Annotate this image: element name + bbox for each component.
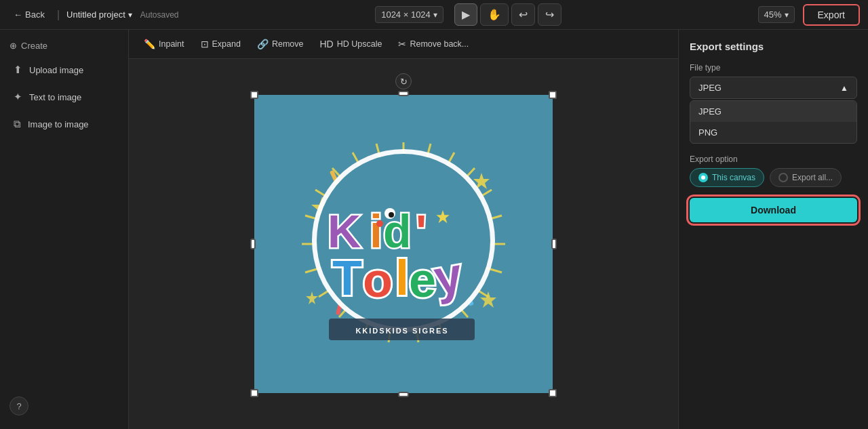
help-button[interactable]: ? bbox=[9, 396, 28, 415]
create-icon: ⊕ bbox=[9, 41, 17, 51]
main-layout: ⊕ Create ⬆ Upload image ✦ Text to image … bbox=[0, 30, 868, 429]
topbar: ← Back | Untitled project ▾ Autosaved 10… bbox=[0, 0, 868, 30]
canvas-size-value: 1024 × 1024 bbox=[381, 9, 431, 20]
select-tool-button[interactable]: ▶ bbox=[454, 3, 477, 26]
svg-text:K: K bbox=[328, 205, 361, 257]
remove-bg-label: Remove back... bbox=[410, 39, 469, 49]
refresh-handle[interactable]: ↻ bbox=[395, 73, 412, 89]
canvas-artwork: K i d ' T o bbox=[275, 115, 532, 373]
file-type-label: File type bbox=[690, 63, 857, 73]
upscale-button[interactable]: HD HD Upscale bbox=[313, 35, 389, 53]
handle-bottom-center[interactable] bbox=[398, 392, 409, 397]
remove-icon: 🔗 bbox=[257, 39, 269, 49]
title-chevron-icon: ▾ bbox=[128, 10, 132, 20]
canvas-size-chevron-icon: ▾ bbox=[433, 10, 437, 20]
export-all-label: Export all... bbox=[792, 173, 833, 182]
expand-label: Expand bbox=[212, 39, 241, 49]
svg-text:i: i bbox=[370, 205, 382, 257]
dropdown-item-jpeg[interactable]: JPEG bbox=[690, 101, 856, 122]
handle-middle-right[interactable] bbox=[551, 239, 557, 249]
sidebar-item-upload-image[interactable]: ⬆ Upload image bbox=[4, 57, 124, 83]
export-all-dot bbox=[778, 173, 788, 182]
download-button[interactable]: Download bbox=[690, 198, 857, 222]
sidebar-item-text-to-image[interactable]: ✦ Text to image bbox=[4, 84, 124, 110]
export-panel-title: Export settings bbox=[690, 41, 857, 52]
handle-top-right[interactable] bbox=[549, 91, 557, 99]
project-title[interactable]: Untitled project ▾ bbox=[66, 9, 132, 20]
canvas-toolbar: ✏️ Inpaint ⊡ Expand 🔗 Remove HD HD Upsca… bbox=[129, 30, 678, 59]
canvas-image: K i d ' T o bbox=[254, 95, 553, 393]
zoom-value: 45% bbox=[764, 9, 782, 20]
expand-button[interactable]: ⊡ Expand bbox=[194, 35, 248, 53]
remove-button[interactable]: 🔗 Remove bbox=[250, 35, 311, 53]
undo-redo-group: ▶ ✋ ↩ ↪ bbox=[454, 3, 561, 26]
pan-tool-button[interactable]: ✋ bbox=[480, 3, 509, 26]
export-all-option[interactable]: Export all... bbox=[770, 168, 842, 187]
canvas-area: ✏️ Inpaint ⊡ Expand 🔗 Remove HD HD Upsca… bbox=[129, 30, 678, 429]
svg-text:': ' bbox=[416, 205, 427, 257]
export-panel: Export settings File type JPEG ▲ JPEG PN… bbox=[678, 30, 868, 429]
upscale-label: HD Upscale bbox=[337, 39, 382, 49]
file-type-chevron-icon: ▲ bbox=[840, 83, 848, 93]
expand-icon: ⊡ bbox=[201, 39, 209, 49]
redo-button[interactable]: ↪ bbox=[538, 3, 561, 26]
svg-point-47 bbox=[376, 220, 383, 227]
separator: | bbox=[57, 9, 60, 21]
handle-top-left[interactable] bbox=[250, 91, 258, 99]
export-option-label: Export option bbox=[690, 155, 857, 164]
export-button[interactable]: Export bbox=[803, 4, 860, 26]
canvas-size-control[interactable]: 1024 × 1024 ▾ bbox=[375, 6, 443, 23]
dropdown-item-png[interactable]: PNG bbox=[690, 122, 856, 143]
handle-top-center[interactable] bbox=[398, 91, 409, 96]
svg-text:KKIDSKIDS SIGRES: KKIDSKIDS SIGRES bbox=[355, 327, 448, 335]
canvas-image-wrapper[interactable]: ↻ bbox=[254, 95, 553, 393]
create-label-text: Create bbox=[21, 41, 47, 51]
inpaint-icon: ✏️ bbox=[144, 39, 155, 49]
back-label: Back bbox=[25, 9, 45, 20]
inpaint-button[interactable]: ✏️ Inpaint bbox=[137, 35, 191, 53]
upload-image-icon: ⬆ bbox=[14, 64, 22, 76]
this-canvas-dot bbox=[698, 173, 708, 182]
svg-text:T: T bbox=[332, 251, 362, 305]
remove-bg-button[interactable]: ✂ Remove back... bbox=[391, 35, 475, 53]
text-to-image-icon: ✦ bbox=[14, 91, 22, 103]
create-section-label: ⊕ Create bbox=[0, 35, 128, 56]
export-options: This canvas Export all... bbox=[690, 168, 857, 187]
remove-bg-icon: ✂ bbox=[398, 39, 406, 49]
svg-point-39 bbox=[389, 212, 394, 218]
sidebar: ⊕ Create ⬆ Upload image ✦ Text to image … bbox=[0, 30, 129, 429]
file-type-select[interactable]: JPEG ▲ bbox=[690, 77, 857, 99]
export-option-section: Export option This canvas Export all... bbox=[690, 155, 857, 187]
svg-text:o: o bbox=[363, 253, 393, 307]
file-type-value: JPEG bbox=[698, 83, 722, 93]
this-canvas-option[interactable]: This canvas bbox=[690, 168, 764, 187]
back-arrow-icon: ← bbox=[14, 9, 22, 20]
topbar-right: 45% ▾ Export bbox=[758, 4, 861, 26]
back-button[interactable]: ← Back bbox=[8, 7, 50, 22]
image-to-image-label: Image to image bbox=[28, 119, 89, 129]
canvas-viewport[interactable]: ↻ bbox=[129, 59, 678, 429]
svg-text:l: l bbox=[395, 251, 409, 305]
inpaint-label: Inpaint bbox=[159, 39, 184, 49]
handle-middle-left[interactable] bbox=[250, 239, 256, 249]
project-title-text: Untitled project bbox=[66, 9, 125, 20]
handle-bottom-left[interactable] bbox=[250, 389, 258, 397]
zoom-chevron-icon: ▾ bbox=[785, 10, 789, 20]
text-to-image-label: Text to image bbox=[29, 92, 81, 102]
image-to-image-icon: ⧉ bbox=[14, 118, 21, 130]
this-canvas-label: This canvas bbox=[712, 173, 755, 182]
autosaved-status: Autosaved bbox=[140, 10, 179, 20]
handle-bottom-right[interactable] bbox=[549, 389, 557, 397]
file-type-dropdown: JPEG PNG bbox=[690, 100, 857, 144]
undo-button[interactable]: ↩ bbox=[511, 3, 535, 26]
topbar-center: 1024 × 1024 ▾ ▶ ✋ ↩ ↪ bbox=[184, 3, 753, 26]
upload-image-label: Upload image bbox=[29, 65, 83, 75]
this-canvas-dot-inner bbox=[701, 176, 705, 180]
sidebar-item-image-to-image[interactable]: ⧉ Image to image bbox=[4, 111, 124, 137]
remove-label: Remove bbox=[272, 39, 304, 49]
zoom-control[interactable]: 45% ▾ bbox=[758, 6, 795, 23]
file-type-section: File type JPEG ▲ JPEG PNG bbox=[690, 63, 857, 144]
upscale-icon: HD bbox=[319, 39, 333, 49]
sidebar-bottom: ? bbox=[0, 388, 128, 424]
